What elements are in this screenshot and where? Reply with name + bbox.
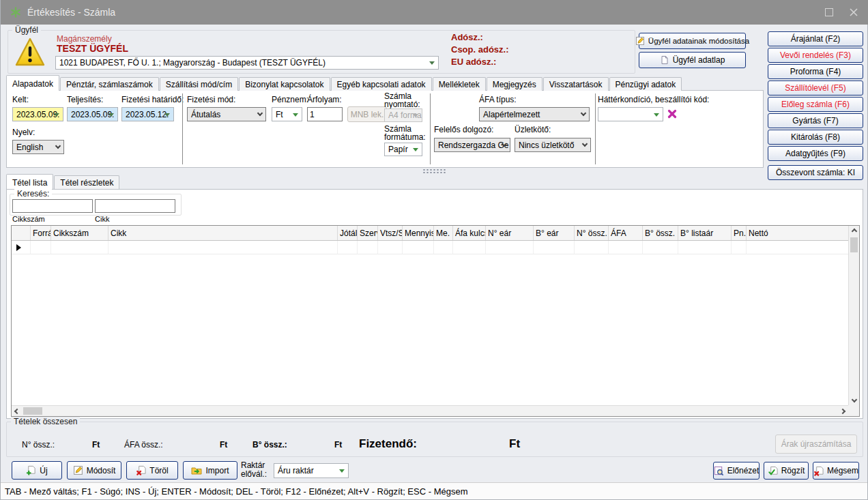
chevron-right-icon	[840, 409, 845, 414]
preview-button[interactable]: Előnézet	[713, 462, 760, 480]
tab-visszatartasok[interactable]: Visszatartások	[543, 77, 609, 91]
delete-item-button[interactable]: Töröl	[126, 461, 178, 480]
currency-select[interactable]: Ft	[272, 107, 302, 121]
customer-datasheet-button[interactable]: Ügyfél adatlap	[639, 52, 746, 68]
column-header-b-ear[interactable]: B° eár	[534, 226, 575, 240]
cikk-search-input[interactable]	[95, 199, 175, 213]
column-header-forras[interactable]: Forrás	[31, 226, 51, 240]
tab-egyeb-kapcsolati-adatok[interactable]: Egyéb kapcsolati adatok	[331, 77, 432, 91]
responsible-employee-select[interactable]: Rendszergazda Ge	[434, 138, 510, 152]
background-condition-label: Háttérkondíció, beszállítói kód:	[598, 95, 709, 104]
recalc-prices-button[interactable]: Árak újraszámítása	[775, 435, 857, 454]
cell	[747, 241, 848, 254]
issue-date-field[interactable]: 2023.05.09.	[12, 107, 63, 121]
horizontal-scrollbar[interactable]	[12, 405, 848, 416]
tab-megjegyzes[interactable]: Megjegyzés	[487, 77, 542, 91]
clear-condition-button[interactable]	[667, 109, 677, 119]
customer-address-combo[interactable]: 1021 BUDAPEST, FŐ U. 1.; Magyarország - …	[55, 56, 439, 70]
column-header-n-ossz[interactable]: N° össz.	[575, 226, 609, 240]
import-button[interactable]: Import	[183, 461, 237, 480]
column-header-me[interactable]: Me.	[434, 226, 453, 240]
completion-date-label: Teljesítés:	[67, 95, 103, 104]
scroll-down-button[interactable]	[849, 394, 860, 405]
new-item-button[interactable]: Új	[12, 461, 62, 480]
invoice-printer-select[interactable]: A4 forma	[384, 108, 422, 122]
advance-invoice-button[interactable]: Előleg számla (F6)	[768, 97, 863, 112]
delivery-note-button[interactable]: Szállítólevél (F5)	[768, 80, 863, 95]
close-button[interactable]	[849, 8, 858, 17]
tab-penztar-szamlaszamok[interactable]: Pénztár, számlaszámok	[60, 77, 159, 91]
tab-alapadatok[interactable]: Alapadatok	[6, 75, 59, 91]
data-collection-button[interactable]: Adatgyűjtés (F9)	[768, 146, 863, 161]
column-header-afa[interactable]: ÁFA	[609, 226, 643, 240]
vat-type-select[interactable]: Alapértelmezett	[479, 107, 590, 121]
column-header-netto[interactable]: Nettó	[747, 226, 848, 240]
tab-tetel-reszletek[interactable]: Tétel részletek	[54, 175, 119, 189]
column-header-jotallas[interactable]: Jótállás	[338, 226, 358, 240]
invoice-printer-label: Számla nyomtató:	[384, 92, 424, 108]
column-header-cikk[interactable]: Cikk	[108, 226, 338, 240]
horizontal-scroll-thumb[interactable]	[23, 407, 42, 415]
outbound-button[interactable]: Kitárolás (F8)	[768, 130, 863, 145]
modify-customer-button[interactable]: Ügyfél adatainak módosítása	[639, 33, 746, 49]
scroll-right-button[interactable]	[837, 406, 848, 417]
chevron-down-icon	[581, 110, 586, 115]
column-header-pn[interactable]: Pn.	[732, 226, 747, 240]
items-table: Forrás Cikkszám Cikk Jótállás Szerv Vtsz…	[11, 225, 860, 417]
payment-method-select[interactable]: Átutalás	[187, 107, 266, 121]
cell	[403, 241, 434, 254]
separator	[182, 93, 183, 164]
tab-szallitasi-mod-cim[interactable]: Szállítási mód/cím	[160, 77, 238, 91]
chevron-down-icon	[852, 397, 857, 402]
column-header-cikkszam[interactable]: Cikkszám	[51, 226, 108, 240]
sales-rep-select[interactable]: Nincs üzletkötő	[515, 138, 591, 152]
delivery-note-label: Szállítólevél (F5)	[785, 83, 845, 93]
proforma-button[interactable]: Proforma (F4)	[768, 64, 863, 79]
background-condition-select[interactable]	[598, 107, 663, 121]
customer-order-button[interactable]: Vevői rendelés (F3)	[768, 48, 863, 63]
cell	[609, 241, 643, 254]
cancel-button[interactable]: Mégsem	[813, 462, 859, 480]
save-button[interactable]: Rögzít	[764, 462, 809, 480]
column-header-n-ear[interactable]: N° eár	[486, 226, 534, 240]
offer-button[interactable]: Árajánlat (F2)	[768, 31, 863, 46]
production-button[interactable]: Gyártás (F7)	[768, 113, 863, 128]
modify-item-button[interactable]: Módosít	[67, 461, 121, 480]
column-header-afa-kulcs[interactable]: Áfa kulcs	[453, 226, 486, 240]
tab-bizonylat-kapcsolatok[interactable]: Bizonylat kapcsolatok	[239, 77, 330, 91]
vertical-scrollbar[interactable]	[848, 226, 859, 405]
tab-tetel-lista[interactable]: Tétel lista	[6, 174, 53, 189]
chevron-down-icon	[582, 141, 588, 146]
completion-date-field[interactable]: 2023.05.09.	[67, 107, 118, 121]
chevron-down-icon	[55, 143, 61, 148]
cikkszam-search-input[interactable]	[12, 199, 93, 213]
column-header-b-listaar[interactable]: B° listaár	[678, 226, 732, 240]
app-icon	[10, 7, 21, 18]
tab-label: Visszatartások	[549, 80, 603, 89]
scroll-up-button[interactable]	[849, 226, 860, 237]
splitter[interactable]	[1, 168, 868, 175]
due-date-field[interactable]: 2023.05.12.	[121, 107, 174, 121]
vat-total-currency: Ft	[220, 440, 227, 450]
window-title: Értékesítés - Számla	[27, 7, 115, 18]
scrollbar-corner	[848, 405, 859, 416]
column-header-vtsz[interactable]: Vtsz/S	[378, 226, 403, 240]
mnb-rate-button[interactable]: MNB lek.	[347, 106, 387, 122]
column-header-szerv[interactable]: Szerv	[358, 226, 378, 240]
edit-icon	[635, 36, 645, 46]
vertical-scroll-thumb[interactable]	[850, 237, 858, 252]
exchange-rate-input[interactable]	[307, 107, 343, 121]
chevron-down-icon	[429, 61, 435, 65]
cell	[486, 241, 534, 254]
table-row[interactable]	[12, 241, 848, 254]
tab-mellekletek[interactable]: Mellékletek	[433, 77, 486, 91]
invoice-format-select[interactable]: Papír	[384, 143, 422, 156]
warehouse-select[interactable]: Áru raktár	[274, 463, 349, 478]
column-header-b-ossz[interactable]: B° össz.	[643, 226, 678, 240]
tab-penzugyi-adatok[interactable]: Pénzügyi adatok	[609, 77, 682, 91]
net-total-currency: Ft	[92, 440, 100, 450]
column-header-mennyiseg[interactable]: Mennyiség	[403, 226, 434, 240]
language-select[interactable]: English	[12, 140, 64, 154]
maximize-button[interactable]	[825, 8, 833, 16]
scroll-left-button[interactable]	[12, 406, 23, 417]
